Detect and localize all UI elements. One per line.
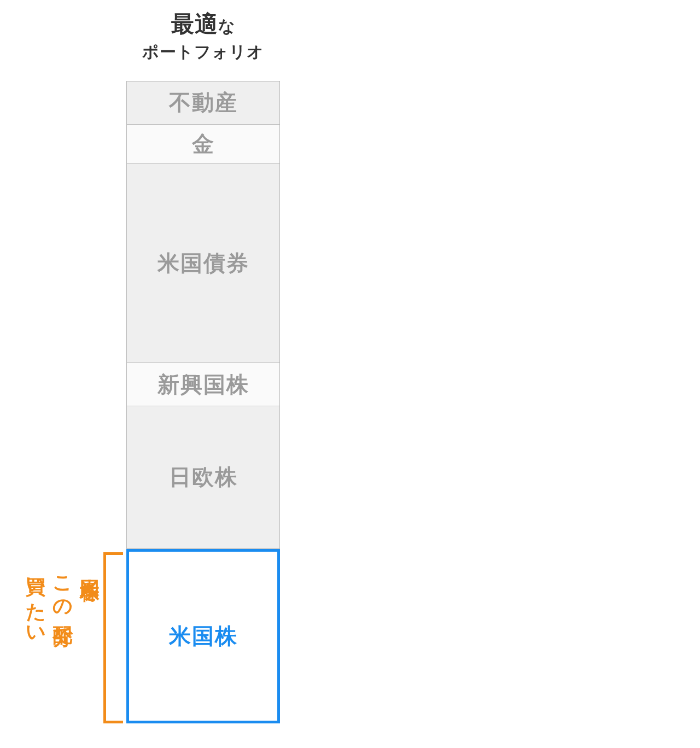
chart-title: 最適な ポートフォリオ <box>126 10 280 63</box>
seg-gold: 金 <box>126 125 280 164</box>
chart-canvas: 最適な ポートフォリオ 不動産 金 米国債券 新興国株 日欧株 米国株 買いたい… <box>0 0 700 748</box>
portfolio-stacked-bar: 不動産 金 米国債券 新興国株 日欧株 米国株 <box>126 81 280 723</box>
seg-realestate: 不動産 <box>126 81 280 125</box>
seg-usbond: 米国債券 <box>126 163 280 363</box>
annot-col-2: この配分で <box>51 563 74 638</box>
title-word-small: な <box>218 17 236 35</box>
annot-col-3: 買いたい <box>24 563 48 638</box>
seg-emstock: 新興国株 <box>126 363 280 406</box>
seg-jeustock: 日欧株 <box>126 406 280 549</box>
annot-col-1: 米国株を <box>78 563 101 638</box>
highlight-bracket <box>103 552 123 723</box>
chart-title-line2: ポートフォリオ <box>126 41 280 63</box>
chart-title-line1: 最適な <box>126 10 280 39</box>
bracket-annotation: 買いたい この配分で 米国株を <box>24 563 102 638</box>
title-word-big: 最適 <box>171 11 218 37</box>
seg-usstock: 米国株 <box>126 549 280 723</box>
